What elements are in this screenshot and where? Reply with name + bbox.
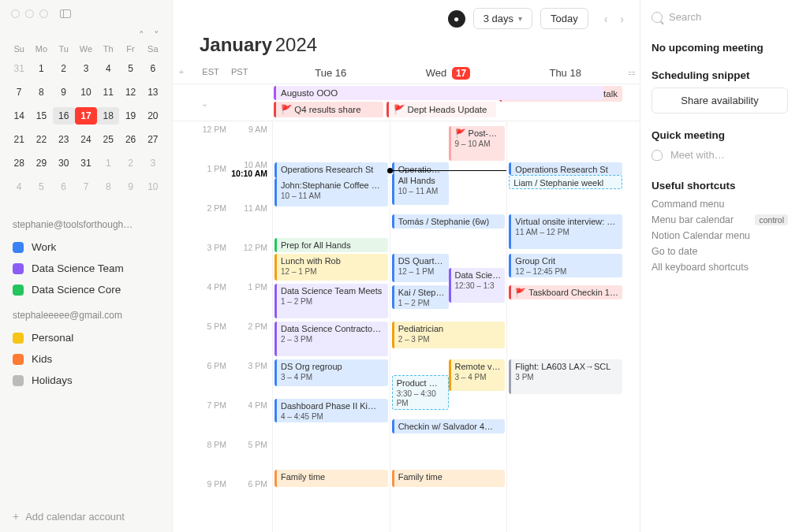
calendar-event[interactable]: DS Quarterly Outreach12 – 1 PM xyxy=(392,254,449,282)
mini-day[interactable]: 6 xyxy=(142,60,164,77)
calendar-event[interactable]: Family time xyxy=(274,470,388,487)
mini-day[interactable]: 2 xyxy=(53,60,75,77)
calendar-grid[interactable]: 12 PM1 PM2 PM3 PM4 PM5 PM6 PM7 PM8 PM9 P… xyxy=(173,121,640,532)
mini-day[interactable]: 15 xyxy=(30,107,52,125)
calendar-event[interactable]: Prep for All Hands11:… xyxy=(274,238,388,252)
meet-with-input[interactable]: Meet with… xyxy=(652,146,788,164)
mini-day[interactable]: 5 xyxy=(119,60,141,77)
calendar-event[interactable]: Data Science Contractor Intake: …2 – 3 P… xyxy=(274,322,388,356)
next-period-icon[interactable]: › xyxy=(615,9,629,28)
expand-allday-icon[interactable]: ⌄ xyxy=(201,99,208,109)
calendar-item[interactable]: Work xyxy=(11,236,161,258)
calendar-event[interactable]: Dashboard Phase II Ki…4 – 4:45 PM xyxy=(274,399,388,422)
avatar[interactable]: ● xyxy=(448,10,465,28)
calendar-event[interactable]: Tomás / Stephanie (6w) xyxy=(392,214,506,229)
mini-day[interactable]: 2 xyxy=(119,154,141,172)
calendar-event[interactable]: All Hands10 – 11 AM xyxy=(392,173,449,205)
mini-next-icon[interactable]: ˅ xyxy=(154,29,159,41)
day-column-thu[interactable]: Operations Research StLiam / Stephanie w… xyxy=(506,121,624,532)
calendar-item[interactable]: Data Science Core xyxy=(11,279,161,300)
shortcut-item[interactable]: Menu bar calendarcontrol xyxy=(652,212,788,228)
calendar-event[interactable]: Lunch with Rob12 – 1 PM xyxy=(274,254,388,281)
search-input[interactable]: Search xyxy=(652,8,788,26)
calendar-event[interactable]: Operations Research St xyxy=(509,162,622,175)
calendar-event[interactable]: John:Stephanie Coffee Chat10 – 11 AM xyxy=(274,178,388,206)
calendar-event[interactable]: Group Crit12 – 12:45 PM xyxy=(509,254,622,277)
calendar-event[interactable]: DS Org regroup3 – 4 PM xyxy=(274,359,388,386)
calendar-event[interactable]: Pediatrician2 – 3 PM xyxy=(392,322,506,348)
calendar-event[interactable]: Kai / Stephan…1 – 2 PM xyxy=(392,285,449,309)
minimize-icon[interactable] xyxy=(25,9,34,18)
calendar-event[interactable]: Operations R… xyxy=(392,162,449,173)
calendar-event[interactable]: Virtual onsite interview: Pedro …11 AM –… xyxy=(509,214,622,249)
day-header-tue[interactable]: Tue 16 xyxy=(272,62,390,84)
calendar-item[interactable]: Data Science Team xyxy=(11,258,161,279)
mini-day[interactable]: 14 xyxy=(8,107,30,125)
mini-day[interactable]: 20 xyxy=(142,107,164,125)
mini-day[interactable]: 8 xyxy=(30,84,52,101)
allday-event[interactable]: 🚩 Q4 results share xyxy=(274,102,383,117)
day-header-thu[interactable]: Thu 18 xyxy=(506,62,624,84)
mini-day[interactable]: 18 xyxy=(97,107,119,125)
mini-day[interactable]: 28 xyxy=(8,154,30,172)
mini-day[interactable]: 27 xyxy=(142,131,164,148)
calendar-event[interactable]: Liam / Stephanie weekl xyxy=(509,175,622,189)
calendar-event[interactable]: Family time xyxy=(392,470,506,487)
zoom-icon[interactable] xyxy=(39,9,48,18)
calendar-item[interactable]: Personal xyxy=(11,327,161,348)
mini-day[interactable]: 9 xyxy=(53,84,75,101)
mini-prev-icon[interactable]: ˄ xyxy=(139,29,144,41)
calendar-event[interactable]: Data Science Team Meets1 – 2 PM xyxy=(274,284,388,318)
mini-day[interactable]: 31 xyxy=(75,154,97,172)
calendar-event[interactable]: Checkin w/ Salvador 4… xyxy=(392,419,506,433)
mini-day[interactable]: 13 xyxy=(142,84,164,101)
range-selector[interactable]: 3 days ▾ xyxy=(473,8,532,29)
mini-day[interactable]: 7 xyxy=(8,84,30,101)
mini-day[interactable]: 3 xyxy=(142,154,164,172)
calendar-event[interactable]: 🚩 Post-Launch…9 – 10 AM xyxy=(449,126,506,161)
mini-day[interactable]: 8 xyxy=(97,178,119,195)
day-column-wed[interactable]: 🚩 Post-Launch…9 – 10 AMOperations R…All … xyxy=(390,121,507,532)
mini-day[interactable]: 10 xyxy=(75,84,97,101)
mini-day[interactable]: 3 xyxy=(75,60,97,77)
shortcut-item[interactable]: Go to date xyxy=(652,244,788,259)
mini-day[interactable]: 23 xyxy=(53,131,75,148)
mini-day[interactable]: 26 xyxy=(119,131,141,148)
calendar-event[interactable]: Product Marketing Q&A3:30 – 4:30 PM xyxy=(392,375,449,410)
mini-day[interactable]: 25 xyxy=(97,131,119,148)
settings-icon[interactable]: ⚏ xyxy=(624,62,640,84)
shortcut-item[interactable]: Command menu xyxy=(652,196,788,212)
mini-day[interactable]: 4 xyxy=(97,60,119,77)
mini-day[interactable]: 17 xyxy=(75,107,97,125)
calendar-event[interactable]: Flight: LA603 LAX→SCL3 PM xyxy=(509,359,622,394)
add-event-icon[interactable]: + xyxy=(173,62,190,84)
shortcut-item[interactable]: All keyboard shortcuts xyxy=(652,259,788,275)
prev-period-icon[interactable]: ‹ xyxy=(599,9,613,28)
mini-day[interactable]: 22 xyxy=(30,131,52,148)
day-column-tue[interactable]: Operations Research StJohn:Stephanie Cof… xyxy=(272,121,390,532)
mini-day[interactable]: 31 xyxy=(8,60,30,77)
calendar-event[interactable]: 🚩 Taskboard Checkin 1… xyxy=(509,285,622,299)
mini-day[interactable]: 11 xyxy=(97,84,119,101)
share-availability-button[interactable]: Share availability xyxy=(652,87,788,113)
mini-day[interactable]: 19 xyxy=(119,107,141,125)
mini-day[interactable]: 16 xyxy=(53,107,75,125)
mini-day[interactable]: 1 xyxy=(30,60,52,77)
mini-day[interactable]: 29 xyxy=(30,154,52,172)
calendar-event[interactable]: Remote visit …3 – 4 PM xyxy=(449,359,506,391)
mini-day[interactable]: 12 xyxy=(119,84,141,101)
mini-day[interactable]: 7 xyxy=(75,178,97,195)
day-header-wed[interactable]: Wed 17 xyxy=(390,62,507,84)
mini-day[interactable]: 5 xyxy=(30,178,52,195)
calendar-item[interactable]: Kids xyxy=(11,348,161,370)
mini-day[interactable]: 6 xyxy=(53,178,75,195)
mini-day[interactable]: 9 xyxy=(119,178,141,195)
add-calendar-account[interactable]: + Add calendar account xyxy=(0,500,172,532)
sidebar-toggle-icon[interactable] xyxy=(60,9,71,18)
calendar-item[interactable]: Holidays xyxy=(11,370,161,391)
mini-day[interactable]: 24 xyxy=(75,131,97,148)
shortcut-item[interactable]: Notion Calendar menu xyxy=(652,228,788,244)
mini-day[interactable]: 4 xyxy=(8,178,30,195)
today-button[interactable]: Today xyxy=(540,8,588,29)
allday-event[interactable]: 🚩 Dept Heads Update xyxy=(386,102,496,117)
